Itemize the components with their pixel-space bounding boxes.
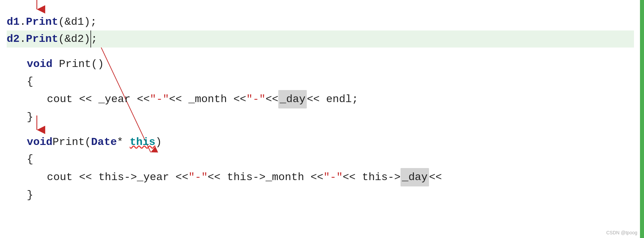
- code-container: d1.Print(&d1); d2.Print(&d2); void Print…: [0, 0, 644, 238]
- code-area: d1.Print(&d1); d2.Print(&d2); void Print…: [0, 0, 644, 207]
- line-cout-1: cout << _year << "-" << _month << "-" <<…: [7, 90, 634, 108]
- line-brace-open-2: {: [7, 151, 634, 168]
- green-scrollbar[interactable]: [640, 0, 644, 238]
- code-text: d1: [7, 13, 19, 30]
- line-void-print-date: void Print(Date* this): [7, 134, 634, 151]
- watermark: CSDN @tpoog: [606, 230, 637, 235]
- line-d2-print: d2.Print(&d2);: [7, 30, 634, 48]
- line-void-print: void Print(): [7, 56, 634, 73]
- line-empty-1: [7, 48, 634, 56]
- line-brace-close-1: }: [7, 108, 634, 126]
- line-brace-open-1: {: [7, 73, 634, 90]
- line-brace-close-2: }: [7, 186, 634, 204]
- line-d1-print: d1.Print(&d1);: [7, 13, 634, 30]
- line-cout-2: cout << this->_year << "-" << this->_mon…: [7, 168, 634, 186]
- line-empty-2: [7, 126, 634, 134]
